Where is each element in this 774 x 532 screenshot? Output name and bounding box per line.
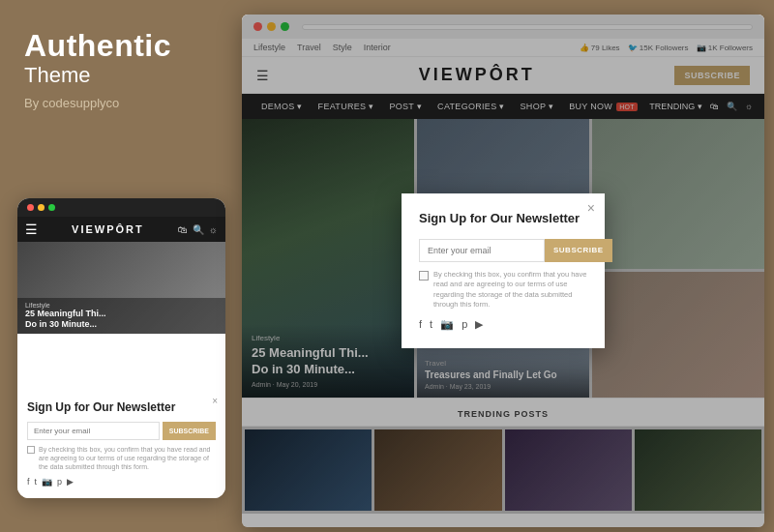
newsletter-checkbox-row: By checking this box, you confirm that y… <box>419 270 587 310</box>
mobile-checkbox-row: By checking this box, you confirm that y… <box>27 445 216 471</box>
newsletter-facebook-icon: f <box>419 318 422 330</box>
newsletter-title: Sign Up for Our Newsletter <box>419 211 587 227</box>
newsletter-social-icons: f t 📷 p ▶ <box>419 318 587 331</box>
newsletter-email-row: SUBSCRIBE <box>419 239 587 262</box>
mobile-email-row: SUBSCRIBE <box>27 422 216 440</box>
mobile-sun-icon: ☼ <box>209 224 218 235</box>
newsletter-pinterest-icon: p <box>461 318 467 330</box>
mobile-email-input[interactable] <box>27 422 160 440</box>
mobile-nav-icons: 🛍 🔍 ☼ <box>178 224 218 235</box>
newsletter-modal: × Sign Up for Our Newsletter SUBSCRIBE B… <box>402 193 605 348</box>
mobile-dot-green <box>48 204 55 211</box>
mobile-terms-checkbox[interactable] <box>27 446 35 454</box>
newsletter-terms-checkbox[interactable] <box>419 271 429 281</box>
mobile-facebook-icon: f <box>27 477 30 487</box>
mobile-newsletter-close-button[interactable]: × <box>212 396 218 406</box>
mobile-instagram-icon: 📷 <box>42 477 52 487</box>
mobile-newsletter-popup: × Sign Up for Our Newsletter SUBSCRIBE B… <box>17 391 225 498</box>
left-panel: Authentic Theme By codesupplyco ☰ VIEWPÔ… <box>0 0 237 532</box>
mobile-youtube-icon: ▶ <box>67 477 74 487</box>
mobile-subscribe-button[interactable]: SUBSCRIBE <box>163 422 216 440</box>
browser-mockup: Lifestyle Travel Style Interior 👍 79 Lik… <box>242 15 764 527</box>
mobile-hero: Lifestyle 25 Meaningful Thi... Do in 30 … <box>17 242 225 334</box>
mobile-newsletter-title: Sign Up for Our Newsletter <box>27 400 216 416</box>
mobile-hero-category: Lifestyle <box>25 302 218 309</box>
newsletter-twitter-icon: t <box>430 318 432 330</box>
mobile-hamburger-icon: ☰ <box>25 222 38 237</box>
mobile-hero-subtitle: Do in 30 Minute... <box>25 319 218 330</box>
mobile-bag-icon: 🛍 <box>178 224 188 235</box>
mobile-pinterest-icon: p <box>57 477 62 487</box>
mobile-search-icon: 🔍 <box>193 224 204 235</box>
mobile-twitter-icon: t <box>35 477 38 487</box>
newsletter-instagram-icon: 📷 <box>440 318 454 331</box>
newsletter-terms-text: By checking this box, you confirm that y… <box>433 270 587 310</box>
mobile-terms-text: By checking this box, you confirm that y… <box>39 445 216 471</box>
mobile-topbar <box>17 198 225 217</box>
newsletter-youtube-icon: ▶ <box>475 318 483 331</box>
newsletter-email-input[interactable] <box>419 239 545 262</box>
theme-by: By codesupplyco <box>24 96 213 110</box>
mobile-dot-yellow <box>38 204 45 211</box>
mobile-logo: VIEWPÔRT <box>72 223 144 235</box>
mobile-hero-title: 25 Meaningful Thi... <box>25 309 218 319</box>
theme-title: Authentic Theme <box>24 29 213 88</box>
mobile-social-icons: f t 📷 p ▶ <box>27 477 216 487</box>
mobile-dot-red <box>27 204 34 211</box>
newsletter-subscribe-button[interactable]: SUBSCRIBE <box>545 239 612 262</box>
newsletter-overlay: × Sign Up for Our Newsletter SUBSCRIBE B… <box>242 15 764 527</box>
newsletter-close-button[interactable]: × <box>587 201 595 215</box>
mobile-hero-overlay: Lifestyle 25 Meaningful Thi... Do in 30 … <box>17 298 225 334</box>
mobile-mockup: ☰ VIEWPÔRT 🛍 🔍 ☼ Lifestyle 25 Meaningful… <box>17 198 225 498</box>
mobile-nav: ☰ VIEWPÔRT 🛍 🔍 ☼ <box>17 217 225 242</box>
